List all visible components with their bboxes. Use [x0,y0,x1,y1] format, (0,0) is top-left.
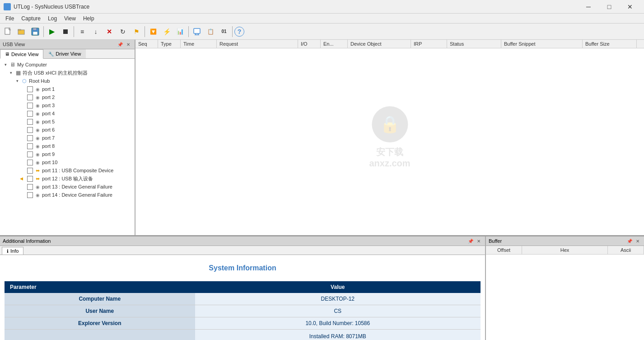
tree-item-root-hub[interactable]: ▾ ⬡ Root Hub [0,77,135,85]
checkbox-port-1[interactable] [27,86,33,92]
tree-item-port-9[interactable]: ◉ port 9 [0,150,135,158]
checkbox-port-14[interactable] [27,192,33,198]
tree-item-controller[interactable]: ▾ ▦ 符合 USB xHCI 的主机控制器 [0,69,135,77]
tree-label-controller: 符合 USB xHCI 的主机控制器 [23,70,88,76]
tree-item-port-5[interactable]: ◉ port 5 [0,118,135,126]
expand-icon: ▾ [2,62,9,67]
stop-button[interactable]: ⏹ [59,25,72,38]
table-row-computer-name: Computer Name DESKTOP-12 [5,293,481,305]
tree-item-port-8[interactable]: ◉ port 8 [0,142,135,150]
buffer-close[interactable]: ✕ [634,237,641,245]
tree-item-port-3[interactable]: ◉ port 3 [0,101,135,109]
buffer-panel: Buffer 📌 ✕ Offset Hex Ascii [486,236,644,340]
col-irp: IRP [411,40,447,48]
menu-view[interactable]: View [61,14,79,23]
delete-button[interactable]: ✕ [103,25,116,38]
svg-rect-5 [33,32,37,35]
usb-view-pin[interactable]: 📌 [117,41,124,48]
title-bar-controls: ─ □ ✕ [578,0,640,14]
hexdec-button[interactable]: 01 [218,25,230,38]
col-en: En... [321,40,348,48]
tree-item-port-7[interactable]: ◉ port 7 [0,134,135,142]
checkbox-port-10[interactable] [27,160,33,165]
menu-log[interactable]: Log [44,14,61,23]
buf-col-hex: Hex [522,246,608,254]
arrow-down-button[interactable]: ↓ [89,25,102,38]
checkbox-port-11[interactable] [27,168,33,174]
watermark: 🔒 安下载anxz.com [369,106,410,169]
buf-col-offset: Offset [486,246,522,254]
usb-settings-button[interactable] [191,25,203,38]
expand-icon: ▾ [14,79,21,83]
save-button[interactable] [29,25,42,38]
help-button[interactable]: ? [234,27,244,37]
usb-view-close[interactable]: ✕ [125,41,132,48]
usb-device-icon: ⬌ [34,167,41,174]
tab-info[interactable]: ℹ Info [2,247,23,255]
checkbox-port-5[interactable] [27,119,33,125]
minimize-button[interactable]: ─ [578,0,599,14]
tree-item-port-2[interactable]: ◉ port 2 [0,93,135,101]
tree-item-port-10[interactable]: ◉ port 10 [0,158,135,166]
col-seq: Seq [135,40,158,48]
checkbox-port-12[interactable] [27,176,33,182]
col-bufsize: Buffer Size [583,40,637,48]
checkbox-port-7[interactable] [27,135,33,141]
sys-info-table: Parameter Value Computer Name DESKTOP-12… [5,281,481,340]
log-area[interactable]: Seq Type Time Request I/O En... Device O… [135,40,644,235]
col-request: Request [217,40,298,48]
refresh-button[interactable]: ↻ [117,25,129,38]
usb-view-label: USB View [3,42,25,47]
additional-info-label: Additional Information [3,238,51,244]
tree-item-port-4[interactable]: ◉ port 4 [0,109,135,118]
new-button[interactable] [2,25,14,38]
menu-file[interactable]: File [2,14,18,23]
tree-item-port-14[interactable]: ◉ port 14 : Device General Failure [0,191,135,199]
tab-driver-view[interactable]: 🔧 Driver View [43,49,86,58]
table-header-value: Value [195,281,481,293]
table-header-parameter: Parameter [5,281,195,293]
port-icon: ◉ [34,151,41,158]
tree-item-port-12[interactable]: ◀ ⬌ port 12 : USB 输入设备 [0,175,135,183]
buffer-content [486,255,644,340]
svg-rect-2 [18,29,21,30]
list-button[interactable]: ≡ [76,25,89,38]
tree-item-port-11[interactable]: ⬌ port 11 : USB Composite Device [0,166,135,175]
menu-help[interactable]: Help [79,14,98,23]
tree-item-port-1[interactable]: ◉ port 1 [0,85,135,93]
tab-device-view[interactable]: 🖥 Device View [0,49,43,59]
stats-button[interactable]: 📊 [174,25,187,38]
table-row-total-memory: Total Memory Installed RAM: 8071MB Memor… [5,330,481,340]
start-capture-button[interactable]: ▶ [46,25,58,38]
checkbox-port-4[interactable] [27,111,33,117]
export-button[interactable]: 📋 [204,25,217,38]
bookmark-button[interactable]: ⚑ [130,25,143,38]
close-button[interactable]: ✕ [620,0,640,14]
checkbox-port-9[interactable] [27,151,33,157]
checkbox-port-2[interactable] [27,94,33,100]
checkbox-port-13[interactable] [27,184,33,190]
app-icon [4,3,11,10]
open-button[interactable] [15,25,28,38]
maximize-button[interactable]: □ [599,0,620,14]
tree-item-port-13[interactable]: ◉ port 13 : Device General Failure [0,183,135,191]
tree-item-my-computer[interactable]: ▾ 🖥 My Computer [0,61,135,69]
checkbox-port-6[interactable] [27,127,33,133]
trigger-button[interactable]: ⚡ [160,25,173,38]
checkbox-port-3[interactable] [27,103,33,109]
port-icon: ◉ [34,94,41,101]
svg-rect-6 [194,28,200,33]
tree-view[interactable]: ▾ 🖥 My Computer ▾ ▦ 符合 USB xHCI 的主机控制器 ▾… [0,59,135,235]
additional-info-close[interactable]: ✕ [475,237,482,245]
value-explorer-version: 10.0, Build Number: 10586 [195,317,481,330]
additional-info-pin[interactable]: 📌 [467,237,474,245]
tree-item-port-6[interactable]: ◉ port 6 [0,126,135,134]
sys-info-content[interactable]: System Information Parameter Value Compu… [0,255,485,340]
svg-rect-4 [33,28,37,30]
checkbox-port-8[interactable] [27,143,33,149]
col-devobj: Device Object [348,40,411,48]
buffer-pin[interactable]: 📌 [626,237,633,245]
info-icon: ℹ [7,249,9,254]
menu-capture[interactable]: Capture [18,14,44,23]
filter-button[interactable]: 🔽 [147,25,159,38]
